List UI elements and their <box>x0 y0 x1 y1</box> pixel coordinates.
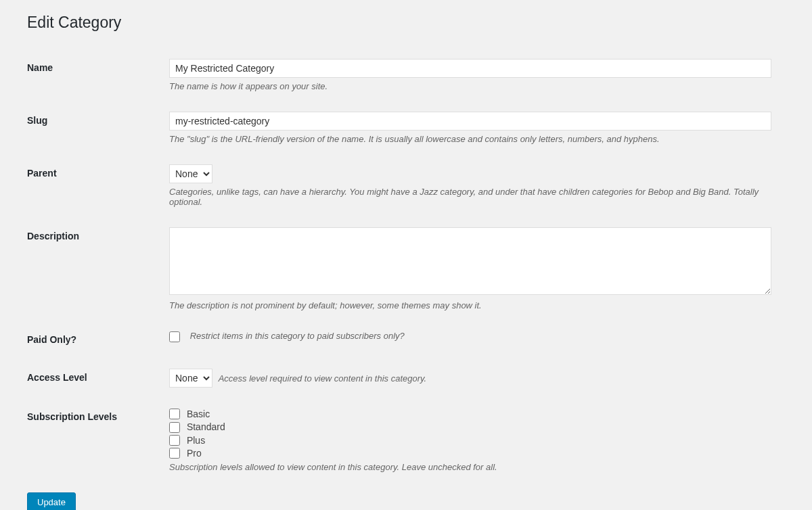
subscription-levels-list: Basic Standard Plus Pro <box>169 408 778 459</box>
slug-label: Slug <box>27 101 162 154</box>
slug-input[interactable] <box>169 112 771 131</box>
access-level-select[interactable]: None <box>169 369 212 388</box>
subscription-level-pro-checkbox[interactable] <box>169 448 180 459</box>
subscription-level-plus-checkbox[interactable] <box>169 435 180 446</box>
edit-category-form: Name The name is how it appears on your … <box>27 49 785 482</box>
paid-only-label: Paid Only? <box>27 321 162 358</box>
subscription-level-pro-label: Pro <box>187 448 202 459</box>
subscription-level-plus-label: Plus <box>187 435 205 446</box>
access-level-description: Access level required to view content in… <box>219 373 427 384</box>
update-button[interactable]: Update <box>27 492 76 510</box>
description-label: Description <box>27 217 162 321</box>
access-level-label: Access Level <box>27 358 162 398</box>
subscription-level-standard-checkbox[interactable] <box>169 422 180 433</box>
page-title: Edit Category <box>27 14 785 32</box>
description-textarea[interactable] <box>169 227 771 295</box>
subscription-level-basic-checkbox[interactable] <box>169 409 180 419</box>
paid-only-checkbox[interactable] <box>169 331 180 342</box>
subscription-level-standard-label: Standard <box>187 422 225 433</box>
name-description: The name is how it appears on your site. <box>169 81 778 91</box>
parent-select[interactable]: None <box>169 164 212 183</box>
slug-description: The "slug" is the URL-friendly version o… <box>169 134 778 144</box>
name-label: Name <box>27 49 162 101</box>
description-description: The description is not prominent by defa… <box>169 300 778 310</box>
subscription-level-basic-label: Basic <box>187 409 210 419</box>
subscription-levels-label: Subscription Levels <box>27 398 162 482</box>
paid-only-description: Restrict items in this category to paid … <box>190 331 405 341</box>
name-input[interactable] <box>169 59 771 78</box>
parent-description: Categories, unlike tags, can have a hier… <box>169 187 778 207</box>
parent-label: Parent <box>27 154 162 217</box>
subscription-levels-description: Subscription levels allowed to view cont… <box>169 462 778 472</box>
